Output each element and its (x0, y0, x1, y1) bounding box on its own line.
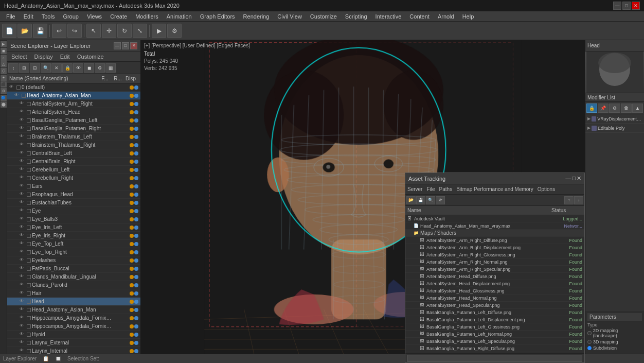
rp-btn-up[interactable]: ▲ (632, 103, 643, 113)
item-visibility-box[interactable] (27, 217, 31, 221)
item-visibility-box[interactable] (27, 300, 31, 304)
modifier-item[interactable]: ▶Editable Poly (585, 124, 644, 133)
close-button[interactable]: ✕ (632, 2, 640, 10)
eye-icon[interactable]: 👁 (20, 257, 26, 264)
eye-icon[interactable]: 👁 (20, 348, 26, 354)
open-button[interactable]: 📂 (17, 24, 32, 38)
eye-icon[interactable]: 👁 (20, 183, 26, 189)
asset-tracking-item[interactable]: 🗄Autodesk VaultLogged... (405, 215, 584, 222)
scene-item[interactable]: 👁ArterialSystem_Arm_Right (7, 100, 140, 108)
new-button[interactable]: 📄 (2, 24, 16, 38)
left-icon-5[interactable]: ⬡ (1, 68, 7, 74)
asset-tracking-item[interactable]: 🖼ArterialSystem_Arm_Right_Normal.pngFoun… (405, 258, 584, 266)
tab-customize[interactable]: Customize (75, 53, 106, 61)
item-visibility-box[interactable] (27, 176, 31, 180)
menu-item-interactive[interactable]: Interactive (371, 12, 406, 21)
scene-item[interactable]: 👁Head (7, 298, 140, 306)
item-visibility-box[interactable] (22, 94, 26, 98)
item-visibility-box[interactable] (27, 201, 31, 205)
scene-item[interactable]: 👁Eyelashes (7, 256, 140, 265)
scene-item[interactable]: 👁Eye (7, 207, 140, 215)
at-menu-item-server[interactable]: Server (407, 186, 422, 192)
item-visibility-box[interactable] (27, 143, 31, 147)
eye-icon[interactable]: 👁 (20, 307, 26, 313)
se-btn-9[interactable]: ⚙ (95, 63, 105, 73)
menu-item-edit[interactable]: Edit (20, 12, 38, 21)
scene-item[interactable]: 👁Cerebellum_Left (7, 166, 140, 174)
radio-2d[interactable] (587, 331, 592, 335)
param-option-subdivision[interactable]: Subdivision (587, 345, 642, 351)
item-visibility-box[interactable] (16, 85, 21, 90)
menu-item-content[interactable]: Content (405, 12, 434, 21)
scene-item[interactable]: 👁Hair (7, 289, 140, 298)
item-visibility-box[interactable] (27, 193, 31, 197)
radio-3d[interactable] (587, 340, 592, 344)
item-visibility-box[interactable] (27, 349, 31, 353)
at-btn-4[interactable]: ⟳ (436, 196, 445, 204)
left-icon-3[interactable]: ○ (1, 55, 7, 61)
asset-tracking-item[interactable]: 🖼BasalGanglia_Putamen_Left_Displacement.… (405, 316, 584, 323)
scene-item[interactable]: 👁EustachianTubes (7, 199, 140, 207)
asset-tracking-item[interactable]: 🖼BasalGanglia_Putamen_Left_Specular.pngF… (405, 338, 584, 345)
rp-btn-lock[interactable]: 🔒 (586, 103, 597, 113)
item-visibility-box[interactable] (27, 258, 31, 263)
eye-icon[interactable]: 👁 (20, 332, 26, 338)
menu-item-views[interactable]: Views (83, 12, 106, 21)
left-icon-6[interactable]: ✦ (1, 75, 7, 81)
radio-subdivision[interactable] (587, 346, 592, 350)
scene-explorer-minimize-button[interactable]: — (114, 42, 121, 49)
item-visibility-box[interactable] (27, 324, 31, 329)
scene-item[interactable]: 👁Head_Anatomy_Asian_Man (7, 92, 140, 100)
eye-icon[interactable]: 👁 (20, 208, 26, 214)
asset-tracking-item[interactable]: 🖼ArterialSystem_Head_Glossiness.pngFound (405, 287, 584, 295)
scene-item[interactable]: 👁Ears (7, 182, 140, 191)
scene-item[interactable]: 👁ArterialSystem_Head (7, 108, 140, 116)
at-close-button[interactable]: ✕ (577, 175, 581, 182)
se-btn-7[interactable]: 👁 (73, 63, 83, 73)
item-visibility-box[interactable] (27, 333, 31, 337)
minimize-button[interactable]: — (613, 2, 621, 10)
scene-item[interactable]: 👁CentralBrain_Right (7, 158, 140, 166)
tab-select[interactable]: Select (9, 53, 29, 61)
at-maximize-button[interactable]: □ (572, 175, 576, 182)
item-visibility-box[interactable] (27, 226, 31, 230)
scene-item[interactable]: 👁Larynx_External (7, 339, 140, 347)
scene-item[interactable]: 👁BasalGanglia_Putamen_Right (7, 125, 140, 133)
scene-item[interactable]: 👁FatPads_Buccal (7, 265, 140, 273)
asset-tracking-search-input[interactable] (407, 355, 582, 362)
eye-icon[interactable]: 👁 (20, 323, 26, 330)
scene-item[interactable]: 👁Hippocampus_Amygdala_Fornix_Left (7, 314, 140, 322)
rp-btn-delete[interactable]: 🗑 (621, 103, 632, 113)
se-btn-8[interactable]: ◼ (84, 63, 94, 73)
left-icon-1[interactable]: ▶ (1, 41, 7, 47)
eye-icon[interactable]: 👁 (20, 126, 26, 132)
menu-item-tools[interactable]: Tools (38, 12, 59, 21)
se-btn-6[interactable]: 🔒 (62, 63, 73, 73)
se-btn-4[interactable]: 🔍 (41, 63, 51, 73)
item-visibility-box[interactable] (27, 308, 31, 312)
se-btn-1[interactable]: ↕ (8, 63, 19, 73)
asset-tracking-item[interactable]: 🖼ArterialSystem_Head_Specular.pngFound (405, 302, 584, 309)
eye-icon[interactable]: 👁 (20, 150, 26, 157)
item-visibility-box[interactable] (27, 234, 31, 238)
item-visibility-box[interactable] (27, 291, 31, 296)
render-button[interactable]: ▶ (152, 24, 166, 38)
scene-item[interactable]: 👁Hyoid (7, 331, 140, 339)
item-visibility-box[interactable] (27, 267, 31, 271)
item-visibility-box[interactable] (27, 118, 31, 123)
param-option-2d[interactable]: 2D mapping (landscape) (587, 328, 642, 338)
menu-item-arnold[interactable]: Arnold (434, 12, 458, 21)
scene-item[interactable]: 👁Eye_Top_Right (7, 248, 140, 256)
asset-tracking-item[interactable]: 🖼BasalGanglia_Putamen_Right_Diffuse.pngF… (405, 345, 584, 352)
left-icon-9[interactable]: 🔵 (1, 95, 7, 101)
se-btn-5[interactable]: ✕ (51, 63, 62, 73)
eye-icon[interactable]: 👁 (20, 159, 26, 165)
item-visibility-box[interactable] (27, 275, 31, 279)
eye-icon[interactable]: 👁 (20, 233, 26, 239)
item-visibility-box[interactable] (27, 127, 31, 131)
item-visibility-box[interactable] (27, 209, 31, 213)
param-option-3d[interactable]: 3D mapping (587, 339, 642, 344)
eye-icon[interactable]: 👁 (20, 216, 26, 222)
left-icon-7[interactable]: ⬛ (1, 81, 7, 88)
scene-item[interactable]: 👁Eye_Top_Left (7, 240, 140, 248)
